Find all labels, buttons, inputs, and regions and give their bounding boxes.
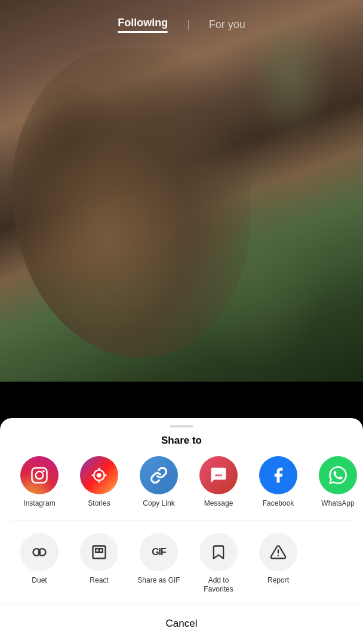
svg-point-13 bbox=[215, 474, 217, 476]
facebook-icon bbox=[259, 456, 297, 494]
duet-label: Duet bbox=[32, 576, 47, 586]
gif-icon: GIF bbox=[140, 533, 178, 571]
sheet-title: Share to bbox=[0, 428, 363, 456]
action-row: Duet React GIF Share as GIF bbox=[0, 521, 363, 600]
share-sheet: Share to Instagram bbox=[0, 418, 363, 644]
svg-rect-0 bbox=[32, 468, 47, 483]
drag-handle bbox=[170, 425, 193, 428]
video-background bbox=[0, 0, 363, 382]
svg-text:+: + bbox=[96, 472, 100, 480]
message-label: Message bbox=[204, 499, 233, 509]
action-gif[interactable]: GIF Share as GIF bbox=[129, 533, 189, 586]
react-icon bbox=[80, 533, 118, 571]
share-item-facebook[interactable]: Facebook bbox=[248, 456, 308, 509]
cancel-bar: Cancel bbox=[0, 603, 363, 644]
action-duet[interactable]: Duet bbox=[10, 533, 69, 586]
favorites-icon bbox=[199, 533, 238, 571]
share-item-instagram[interactable]: Instagram bbox=[10, 456, 69, 509]
stories-label: Stories bbox=[88, 499, 110, 509]
svg-point-14 bbox=[217, 474, 220, 476]
action-react[interactable]: React bbox=[69, 533, 129, 586]
copy-link-icon bbox=[140, 456, 178, 494]
whatsapp-icon bbox=[319, 456, 357, 494]
favorites-label: Add toFavorites bbox=[204, 576, 233, 595]
action-favorites[interactable]: Add toFavorites bbox=[189, 533, 248, 595]
sheet-handle bbox=[0, 418, 363, 428]
whatsapp-label: WhatsApp bbox=[321, 499, 354, 509]
report-icon bbox=[259, 533, 297, 571]
action-report[interactable]: Report bbox=[248, 533, 308, 586]
nav-foryou[interactable]: For you bbox=[202, 14, 253, 36]
instagram-label: Instagram bbox=[23, 499, 55, 509]
nav-divider: | bbox=[187, 18, 190, 31]
share-item-copy-link[interactable]: Copy Link bbox=[129, 456, 189, 509]
stories-icon: + bbox=[80, 456, 118, 494]
report-label: Report bbox=[267, 576, 289, 586]
nav-following[interactable]: Following bbox=[110, 12, 175, 38]
copy-link-label: Copy Link bbox=[143, 499, 174, 509]
duet-icon bbox=[20, 533, 59, 571]
share-item-stories[interactable]: + Stories bbox=[69, 456, 129, 509]
react-label: React bbox=[90, 576, 108, 586]
svg-point-2 bbox=[42, 470, 45, 472]
share-item-message[interactable]: Message bbox=[189, 456, 248, 509]
svg-point-15 bbox=[220, 474, 222, 476]
message-icon bbox=[199, 456, 238, 494]
share-row: Instagram + Stories bbox=[0, 456, 363, 521]
facebook-label: Facebook bbox=[263, 499, 294, 509]
share-item-whatsapp[interactable]: WhatsApp bbox=[308, 456, 363, 509]
gif-label: Share as GIF bbox=[137, 576, 180, 586]
svg-point-1 bbox=[36, 472, 44, 479]
cancel-button[interactable]: Cancel bbox=[10, 613, 353, 634]
nav-bar: Following | For you bbox=[0, 0, 363, 49]
instagram-icon bbox=[20, 456, 59, 494]
svg-rect-20 bbox=[99, 549, 103, 552]
